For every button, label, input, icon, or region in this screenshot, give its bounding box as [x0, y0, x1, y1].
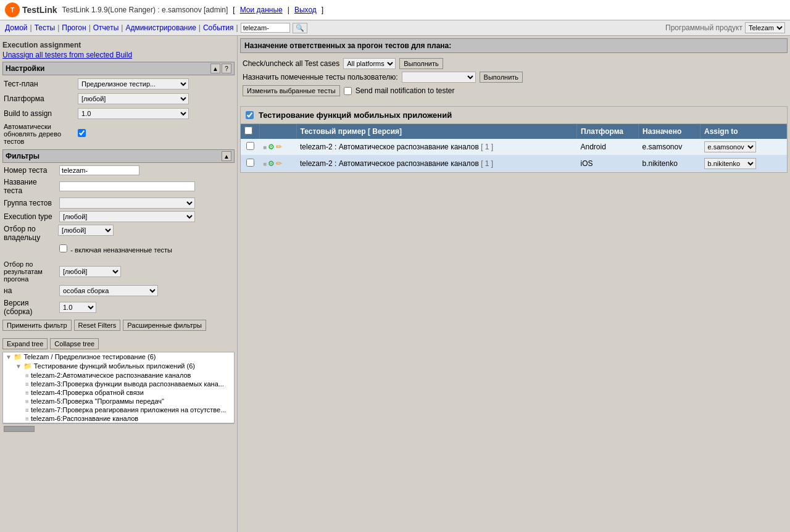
- exec-assignment-section: Execution assignment Unassign all tester…: [2, 38, 235, 59]
- header-checkbox[interactable]: [244, 127, 252, 135]
- nav-admin[interactable]: Администрирование: [125, 23, 196, 32]
- result-select[interactable]: [любой]: [59, 266, 121, 277]
- row2-action-icons: ■ ⚙ ✏: [263, 159, 293, 168]
- version-label: Версия (сборка): [2, 297, 58, 317]
- test-table: Тестовый пример [ Версия] Платформа Назн…: [241, 124, 787, 172]
- tree-root[interactable]: ▼ 📁 Telezam / Предрелизное тестирование …: [3, 352, 234, 362]
- exectype-select[interactable]: [любой]: [59, 211, 195, 222]
- tree-item-label-2: telezam-3:Проверка функции вывода распоз…: [31, 380, 224, 388]
- settings-collapse-btn[interactable]: ▲: [210, 64, 220, 73]
- tree-section: Expand tree Collapse tree ▼ 📁 Telezam / …: [2, 336, 235, 433]
- filters-collapse-btn[interactable]: ▲: [222, 151, 231, 161]
- row1-checkbox[interactable]: [246, 142, 254, 150]
- tree-area: ▼ 📁 Telezam / Предрелизное тестирование …: [2, 352, 235, 423]
- expand-tree-button[interactable]: Expand tree: [2, 338, 48, 349]
- search-button[interactable]: 🔍: [293, 23, 307, 33]
- nav-run[interactable]: Прогон: [62, 23, 86, 32]
- row2-assign-to: e.samsonov b.nikitenko: [701, 156, 787, 172]
- tree-item-3[interactable]: ≡ telezam-4:Проверка обратной связи: [3, 388, 234, 397]
- tree-item-5[interactable]: ≡ telezam-7:Проверка реагирования прилож…: [3, 405, 234, 414]
- version-select[interactable]: 1.0: [59, 302, 96, 313]
- tree-item-label-4: telezam-5:Проверка "Программы передач": [31, 397, 164, 405]
- nav-home[interactable]: Домой: [5, 23, 28, 32]
- row1-assigned: e.samsonov: [639, 139, 701, 156]
- row1-edit-icon[interactable]: ✏: [276, 143, 282, 151]
- row2-gear-icon[interactable]: ⚙: [268, 159, 275, 168]
- mail-notify-checkbox[interactable]: [344, 87, 352, 95]
- platform-select[interactable]: [любой]: [78, 93, 189, 104]
- row2-checkbox-cell: [241, 156, 259, 172]
- test-table-header-row: Тестовый пример [ Версия] Платформа Назн…: [241, 124, 787, 139]
- assign-user-select[interactable]: e.samsonov b.nikitenko: [402, 72, 476, 83]
- filters-header: Фильтры ▲: [2, 149, 235, 163]
- sep5: |: [199, 23, 201, 32]
- buildfilt-label: на: [2, 284, 58, 297]
- filters-section: Фильтры ▲ Номер теста Название теста: [2, 149, 235, 317]
- my-data-link[interactable]: Мои данные: [240, 6, 283, 14]
- unassign-link[interactable]: Unassign all testers from selected Build: [2, 51, 235, 59]
- execute-btn2[interactable]: Выполнить: [480, 72, 523, 83]
- row2-testcase-name: telezam-2 : Автоматическое распознавание…: [300, 159, 479, 168]
- sep4: |: [121, 23, 123, 32]
- product-label: Программный продукт: [665, 23, 742, 32]
- filter-row-result: Отбор по результатам прогона [любой]: [2, 259, 235, 284]
- tree-folder-arrow: ▼: [15, 363, 23, 370]
- settings-row-platform: Платформа [любой]: [2, 91, 235, 106]
- tree-item-2[interactable]: ≡ telezam-3:Проверка функции вывода расп…: [3, 380, 234, 388]
- filter-row-buildfilt: на особая сборка: [2, 284, 235, 297]
- include-unassigned-label: - включая неназначенные тесты: [70, 246, 172, 254]
- nav-events[interactable]: События: [203, 23, 234, 32]
- owner-select[interactable]: [любой]: [58, 225, 114, 236]
- row1-actions: ■ ⚙ ✏: [259, 139, 296, 156]
- settings-help-btn[interactable]: ?: [222, 64, 231, 73]
- testname-input[interactable]: [59, 181, 195, 191]
- tree-horizontal-scroll[interactable]: [2, 423, 235, 433]
- row2-actions: ■ ⚙ ✏: [259, 156, 296, 172]
- row2-checkbox[interactable]: [246, 159, 254, 167]
- search-input[interactable]: [241, 23, 290, 33]
- row1-assign-select[interactable]: e.samsonov b.nikitenko: [704, 141, 756, 152]
- include-unassigned-checkbox[interactable]: [59, 244, 67, 252]
- product-select[interactable]: Telezam: [745, 22, 785, 33]
- buildfilt-select[interactable]: особая сборка: [59, 285, 158, 296]
- build-select[interactable]: 1.0: [78, 108, 189, 119]
- col-testcase: Тестовый пример [ Версия]: [296, 124, 577, 139]
- filter-row-version: Версия (сборка) 1.0: [2, 297, 235, 317]
- nav-tests[interactable]: Тесты: [35, 23, 55, 32]
- testname-cell: [58, 177, 235, 196]
- autoupdate-checkbox[interactable]: [78, 129, 86, 137]
- tree-item-4[interactable]: ≡ telezam-5:Проверка "Программы передач": [3, 397, 234, 405]
- row1-gear-icon[interactable]: ⚙: [268, 143, 275, 151]
- platforms-select[interactable]: All platforms: [343, 58, 396, 69]
- section-checkbox[interactable]: [246, 111, 254, 119]
- advanced-filters-button[interactable]: Расширенные фильтры: [123, 320, 206, 331]
- tree-item-label-3: telezam-4:Проверка обратной связи: [31, 389, 144, 396]
- bracket-close: ]: [322, 6, 323, 14]
- sep6: |: [236, 23, 238, 32]
- bracket-open: [: [233, 6, 235, 14]
- testplan-select[interactable]: Предрелизное тестир...: [78, 78, 189, 89]
- col-platform: Платформа: [577, 124, 639, 139]
- modify-tests-button[interactable]: Изменить выбранные тесты: [243, 85, 340, 96]
- reset-filters-button[interactable]: Reset Filters: [74, 320, 121, 331]
- testgroup-select[interactable]: [59, 197, 195, 209]
- row1-assign-to: e.samsonov b.nikitenko: [701, 139, 787, 156]
- filter-row-testnum: Номер теста: [2, 164, 235, 177]
- row2-edit-icon[interactable]: ✏: [276, 159, 282, 168]
- tree-item-1[interactable]: ≡ telezam-2:Автоматическое распознавание…: [3, 371, 234, 380]
- tree-leaf-icon-6: ≡: [25, 415, 29, 422]
- execute-btn1[interactable]: Выполнить: [399, 58, 443, 69]
- testnum-input[interactable]: [59, 165, 139, 175]
- logout-link[interactable]: Выход: [294, 6, 317, 14]
- testnum-cell: [58, 164, 235, 177]
- row2-platform: iOS: [577, 156, 639, 172]
- tree-folder-mobile[interactable]: ▼ 📁 Тестирование функций мобильных прило…: [3, 362, 234, 371]
- apply-filter-button[interactable]: Применить фильтр: [2, 320, 72, 331]
- nav-reports[interactable]: Отчеты: [93, 23, 118, 32]
- tree-controls: Expand tree Collapse tree: [2, 336, 235, 352]
- collapse-tree-button[interactable]: Collapse tree: [50, 338, 99, 349]
- tree-item-6[interactable]: ≡ telezam-6:Распознавание каналов: [3, 414, 234, 423]
- folder-icon: 📁: [14, 353, 22, 360]
- testgroup-label: Группа тестов: [2, 196, 58, 210]
- row2-assign-select[interactable]: e.samsonov b.nikitenko: [704, 158, 756, 169]
